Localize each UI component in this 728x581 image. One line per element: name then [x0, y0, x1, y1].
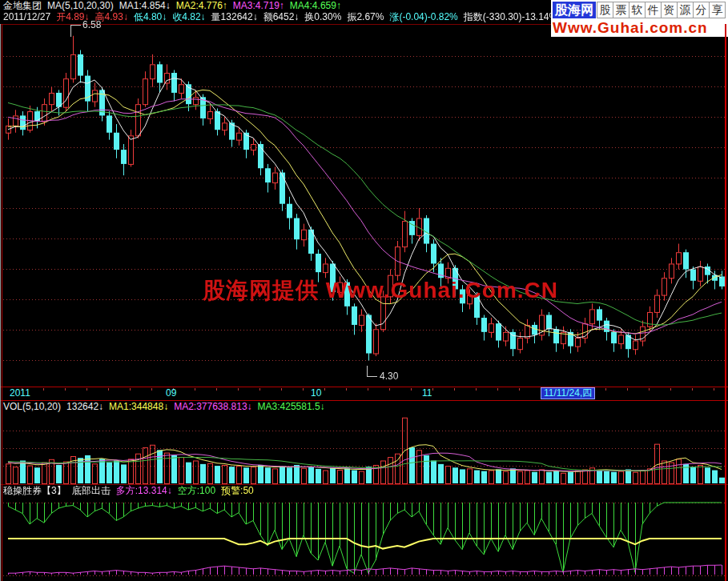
site-logo: 股海网: [553, 2, 596, 18]
indicator-header-seg-3: 空方:100: [178, 485, 215, 496]
left-frame-line: [0, 24, 1, 581]
quote-header-seg-10: 指数(-330.30)-13.14%: [464, 11, 557, 22]
volume-chart-canvas[interactable]: [0, 413, 728, 485]
price-chart-canvas[interactable]: [0, 24, 728, 387]
low-price-label: 4.30: [380, 371, 398, 381]
slogan-char-5: 源: [677, 2, 694, 18]
volume-header-seg-4: MA3:425581.5↓: [258, 401, 325, 412]
indicator-chart-canvas[interactable]: [0, 496, 728, 581]
indicator-header-seg-2: 多方:13.314↓: [116, 485, 172, 496]
axis-label-10: 10: [311, 388, 321, 399]
high-callout-leader: [70, 26, 71, 37]
quote-header-seg-5: 量132642↓: [211, 11, 258, 22]
high-price-label: 6.58: [82, 20, 101, 30]
slogan-char-3: 件: [645, 2, 662, 18]
price-ma-header-seg-1: MA(5,10,20,30): [47, 0, 114, 11]
quote-header-seg-6: 额6452↓: [263, 11, 300, 22]
slogan-char-0: 股: [597, 2, 613, 18]
slogan-char-6: 分: [693, 2, 710, 18]
price-ma-header-seg-0: 金地集团: [3, 0, 42, 11]
axis-label-2011: 2011: [10, 388, 30, 399]
price-ma-header-seg-3: MA2:4.776↑: [176, 0, 227, 11]
price-ma-header: 金地集团MA(5,10,20,30)MA1:4.854↓MA2:4.776↑MA…: [3, 1, 347, 11]
corner-watermark: 股海网 股票软件资源分享 Www.Guhai.com.cn: [551, 0, 728, 37]
slogan-char-7: 享: [709, 2, 726, 18]
indicator-header: 稳操胜券【3】底部出击多方:13.314↓空方:100预警:50: [3, 486, 259, 496]
quote-header-seg-0: 2011/12/27: [3, 11, 50, 22]
quote-header-seg-7: 换0.30%: [304, 11, 341, 22]
volume-header-seg-1: 132642↓: [66, 401, 103, 412]
volume-header: VOL(5,10,20)132642↓MA1:344848↓MA2:377638…: [3, 402, 331, 412]
indicator-header-seg-1: 底部出击: [72, 485, 111, 496]
low-callout-leader: [367, 366, 368, 377]
slogan-char-4: 资: [661, 2, 678, 18]
indicator-header-seg-4: 预警:50: [221, 485, 254, 496]
site-url: Www.Guhai.com.cn: [553, 19, 726, 36]
low-callout-leader: [367, 376, 377, 377]
slogan-char-2: 软: [629, 2, 646, 18]
volume-header-seg-2: MA1:344848↓: [109, 401, 168, 412]
volume-header-seg-0: VOL(5,10,20): [3, 401, 61, 412]
stock-chart-window: 金地集团MA(5,10,20,30)MA1:4.854↓MA2:4.776↑MA…: [0, 0, 728, 581]
right-border: [725, 24, 726, 581]
high-callout-leader: [70, 25, 81, 26]
quote-header-seg-9: 涨(-0.04)-0.82%: [389, 11, 457, 22]
slogan-char-1: 票: [613, 2, 629, 18]
indicator-header-seg-0: 稳操胜券【3】: [3, 485, 66, 496]
date-axis-ticks: [0, 388, 728, 391]
center-watermark: 股海网提供 Www.Guhai.Com.CN: [203, 275, 558, 306]
quote-header-seg-4: 收4.82↓: [172, 11, 205, 22]
site-slogan: 股票软件资源分享: [597, 2, 726, 18]
price-ma-header-seg-5: MA4:4.659↑: [290, 0, 341, 11]
quote-header-seg-8: 振2.67%: [347, 11, 384, 22]
axis-label-09: 09: [166, 388, 176, 399]
volume-header-seg-3: MA2:377638.813↓: [174, 401, 251, 412]
price-ma-header-seg-2: MA1:4.854↓: [119, 0, 171, 11]
selected-date-badge: 11/11/24,四: [541, 387, 595, 399]
axis-label-11: 11: [422, 388, 432, 399]
quote-header-seg-3: 低4.80↓: [134, 11, 167, 22]
price-ma-header-seg-4: MA3:4.719↑: [233, 0, 284, 11]
left-border: [2, 24, 2, 581]
corner-watermark-row: 股海网 股票软件资源分享: [553, 1, 726, 19]
